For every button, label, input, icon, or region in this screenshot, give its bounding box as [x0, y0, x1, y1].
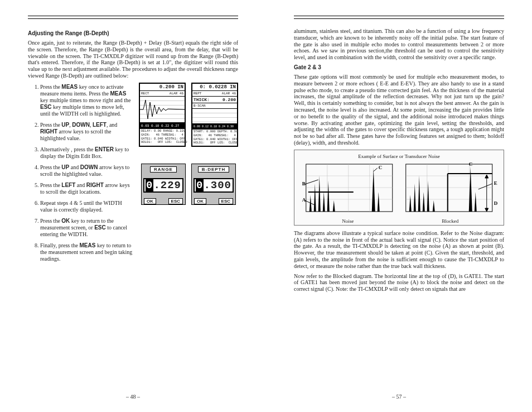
lcd-a-mode: RECT — [141, 92, 149, 95]
page-number-right: – 57 – — [266, 394, 532, 400]
steps-column: Press the MEAS key once to activate meas… — [28, 83, 133, 267]
key-right: RIGHT — [86, 182, 104, 188]
key-ok: OK — [61, 218, 70, 224]
step-8: Finally, press the MEAS key to return to… — [40, 242, 133, 262]
edit-bdepth-value: 0.300 — [194, 178, 234, 193]
lcd-pair: 0.200 IN RECTALAR 46 0.03 0.10 0.22 0.27… — [139, 83, 238, 147]
left-content: Adjusting the Range (B-Depth) Once again… — [28, 28, 238, 399]
diagram-explain-para: The diagrams above illustrate a typical … — [294, 230, 504, 270]
step-5: Press the LEFT and RIGHT arrow keys to s… — [40, 182, 133, 195]
label-c: C — [379, 165, 383, 170]
noise-plots-row: A B C Noise — [299, 161, 499, 224]
lcd-a-alar: ALAR 46 — [170, 92, 183, 95]
edit-box-pair: RANGE 0.229 OKESC B-DEPTH 0.300 OKESC — [141, 164, 236, 205]
svg-line-18 — [374, 168, 378, 171]
heading-range-bdepth: Adjusting the Range (B-Depth) — [28, 30, 238, 36]
edit-bdepth-hidigit: 0 — [196, 179, 204, 191]
page-number-left: – 48 – — [0, 394, 266, 400]
key-meas: MEAS — [110, 90, 127, 97]
steps-figures-row: Press the MEAS key once to activate meas… — [28, 83, 238, 267]
figures-column: 0.200 IN RECTALAR 46 0.03 0.10 0.22 0.27… — [139, 83, 238, 267]
label-c2: C — [468, 161, 472, 167]
label-a: A — [302, 197, 306, 203]
edit-box-range: RANGE 0.229 OKESC — [141, 164, 186, 205]
lcd-a-footer: DELAY: 0.00 RANGE: 0.229 GAIN: 46 THRESH… — [140, 129, 185, 146]
label-d: D — [494, 200, 497, 206]
step-4: Press the UP and DOWN arrow keys to scro… — [40, 164, 133, 178]
left-page: Adjusting the Range (B-Depth) Once again… — [0, 0, 266, 412]
lcd-b-mode: REPT — [194, 92, 201, 95]
key-esc: ESC — [94, 224, 106, 231]
thick-label: THICK: — [194, 97, 210, 102]
edit-bdepth-label: B-DEPTH — [198, 166, 230, 173]
lcd-bscan-view: 0: 0.0228 IN REPTALAR 46 THICK:0.200 B-S… — [191, 83, 238, 147]
edit-bdepth-ok: OK — [194, 198, 206, 204]
lcd-b-ticks: 0.00 0.12 0.18 0.24 0.30 — [194, 125, 234, 128]
label-e: E — [494, 180, 497, 186]
edit-range-label: RANGE — [150, 166, 177, 173]
edit-range-value: 0.229 — [143, 178, 183, 193]
svg-marker-12 — [333, 200, 335, 212]
edit-range-esc: ESC — [168, 198, 183, 204]
waveform-icon — [140, 97, 185, 122]
lcd-b-footer: START: 0.000 DEPTH: 0.300 GAIN: 46 THRES… — [192, 130, 237, 146]
noise-diagram-box: Example of Surface or Transducer Noise — [294, 150, 504, 226]
bscan-label: B-SCAN — [194, 104, 206, 108]
key-down: DOWN — [72, 122, 90, 128]
lcd-a-waveform — [140, 97, 185, 123]
svg-marker-29 — [422, 192, 424, 212]
key-meas: MEAS — [61, 84, 78, 90]
label-b: B — [302, 181, 306, 186]
svg-marker-38 — [485, 175, 488, 178]
svg-marker-14 — [378, 192, 380, 212]
edit-bdepth-esc: ESC — [219, 198, 233, 204]
key-meas: MEAS — [79, 242, 95, 248]
key-left: LEFT — [93, 122, 107, 128]
svg-line-17 — [305, 180, 318, 184]
page-spread: Adjusting the Range (B-Depth) Once again… — [0, 0, 532, 412]
lcd-b-value: 0: 0.0228 IN — [200, 84, 236, 90]
header-rules — [28, 16, 238, 19]
plot-blocked: C E D Blocked — [402, 161, 500, 224]
blocked-explain-para: Now refer to the Blocked diagram. The ho… — [294, 273, 504, 293]
svg-marker-9 — [318, 175, 321, 212]
svg-line-36 — [478, 184, 492, 189]
svg-marker-13 — [372, 168, 375, 212]
caption-noise: Noise — [299, 218, 397, 224]
svg-marker-31 — [432, 200, 434, 212]
key-up: UP — [61, 122, 69, 128]
svg-line-16 — [305, 200, 315, 205]
svg-marker-10 — [323, 192, 325, 212]
key-enter: ENTER — [95, 146, 114, 152]
edit-range-hidigit: 0 — [146, 179, 153, 191]
intro-paragraph: Once again, just to reiterate, the Range… — [28, 40, 238, 79]
svg-marker-28 — [418, 175, 420, 212]
step-6: Repeat steps 4 & 5 until the WIDTH value… — [40, 200, 133, 213]
gate23-para: These gate options will most commonly be… — [294, 74, 504, 146]
key-esc: ESC — [40, 104, 52, 110]
svg-marker-30 — [427, 181, 429, 212]
edit-bdepth-rest: .300 — [204, 179, 231, 191]
lcd-a-ticks: 0.03 0.10 0.22 0.27 — [141, 124, 179, 128]
svg-marker-8 — [314, 184, 316, 212]
heading-gate23: Gate 2 & 3 — [294, 64, 504, 70]
key-up: UP — [61, 164, 69, 170]
lcd-b-alar: ALAR 46 — [222, 92, 236, 95]
lcd-b-bscan — [192, 109, 237, 124]
step-3: Alternatively , press the ENTER key to d… — [40, 146, 133, 160]
right-content: aluminum, stainless steel, and titanium.… — [294, 28, 504, 399]
step-7: Press the OK key to return to the measur… — [40, 218, 133, 238]
svg-marker-26 — [409, 195, 411, 212]
svg-marker-33 — [474, 192, 476, 212]
edit-range-rest: .229 — [153, 179, 181, 191]
svg-marker-27 — [413, 184, 415, 212]
thick-value: 0.200 — [223, 97, 236, 102]
steps-list: Press the MEAS key once to activate meas… — [28, 84, 133, 262]
step-1: Press the MEAS key once to activate meas… — [40, 84, 133, 117]
right-page: aluminum, stainless steel, and titanium.… — [266, 0, 532, 412]
diagram-title: Example of Surface or Transducer Noise — [299, 154, 499, 159]
step-2: Press the UP, DOWN, LEFT, and RIGHT arro… — [40, 122, 133, 142]
svg-marker-40 — [485, 208, 488, 212]
edit-box-bdepth: B-DEPTH 0.300 OKESC — [191, 164, 236, 205]
continuation-para: aluminum, stainless steel, and titanium.… — [294, 28, 504, 61]
